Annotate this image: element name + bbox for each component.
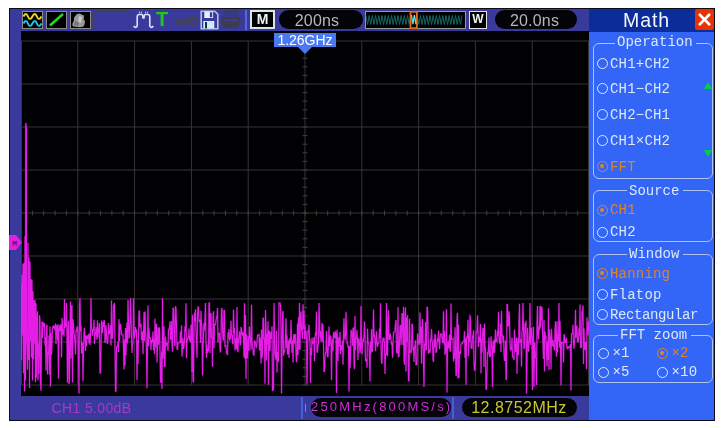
svg-text:M: M (12, 239, 17, 248)
